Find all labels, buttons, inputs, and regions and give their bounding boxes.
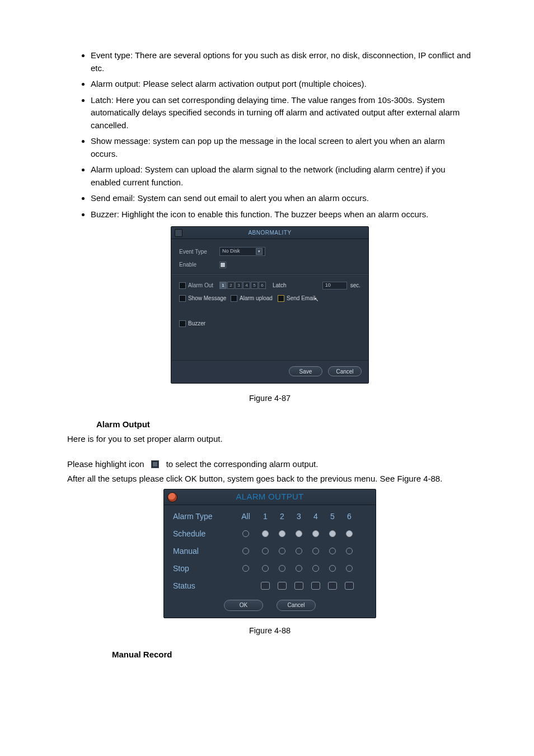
stop-6-radio[interactable] [346, 565, 353, 572]
alarm-output-text-2: Please highlight icon to select the corr… [67, 458, 472, 471]
col-all-label: All [235, 511, 257, 522]
row-stop-label: Stop [173, 563, 235, 575]
alarm-out-channels: 1 2 3 4 5 6 [219, 282, 266, 289]
row-status-label: Status [173, 580, 235, 592]
col-6: 6 [341, 511, 358, 522]
buzzer-label: Buzzer [188, 319, 205, 328]
alarm-output-title: ALARM OUTPUT [236, 491, 303, 503]
app-icon [175, 229, 182, 237]
row-alarm-type-label: Alarm Type [173, 511, 235, 522]
send-email-label: Send Email [287, 294, 315, 302]
manual-4-radio[interactable] [312, 548, 319, 554]
schedule-2-radio[interactable] [279, 530, 285, 537]
manual-all-radio[interactable] [242, 548, 249, 554]
bullet-alarm-output: Alarm output: Please select alarm activa… [91, 78, 472, 91]
alarm-output-text-2a: Please highlight icon [67, 459, 144, 469]
status-2-indicator [278, 582, 287, 590]
manual-1-radio[interactable] [262, 548, 269, 554]
alarm-output-titlebar: ALARM OUTPUT [164, 489, 376, 505]
status-3-indicator [294, 582, 303, 590]
cancel-button[interactable]: Cancel [328, 366, 362, 376]
highlight-checkbox-icon [151, 460, 159, 468]
stop-3-radio[interactable] [296, 565, 302, 572]
show-message-label: Show Message [188, 294, 231, 302]
status-4-indicator [311, 582, 320, 590]
abnormality-titlebar: ABNORMALITY [171, 227, 368, 239]
row-schedule-label: Schedule [173, 528, 235, 540]
alarm-output-text-2b: to select the corresponding alarm output… [166, 459, 318, 469]
manual-5-radio[interactable] [329, 548, 336, 554]
channel-5[interactable]: 5 [251, 282, 258, 289]
stop-2-radio[interactable] [279, 565, 285, 572]
col-3: 3 [291, 511, 307, 522]
status-6-indicator [345, 582, 354, 590]
channel-6[interactable]: 6 [259, 282, 266, 289]
latch-input[interactable]: 10 [322, 282, 347, 290]
enable-label: Enable [179, 260, 219, 269]
stop-1-radio[interactable] [262, 565, 269, 572]
alarm-out-label: Alarm Out [188, 281, 219, 290]
bullet-event-type: Event type: There are several options fo… [91, 49, 472, 74]
alarm-upload-checkbox[interactable] [231, 295, 237, 302]
channel-4[interactable]: 4 [243, 282, 250, 289]
col-2: 2 [274, 511, 291, 522]
manual-2-radio[interactable] [279, 548, 285, 554]
col-1: 1 [257, 511, 274, 522]
bullet-send-email: Send email: System can send out email to… [91, 192, 472, 205]
save-button[interactable]: Save [289, 366, 322, 376]
alarm-output-title-icon [167, 492, 177, 502]
status-1-indicator [261, 582, 270, 590]
schedule-all-radio[interactable] [242, 530, 249, 537]
send-email-checkbox[interactable] [278, 295, 284, 302]
chevron-down-icon: ▾ [256, 248, 263, 255]
cursor-icon: ↖ [314, 295, 318, 304]
channel-2[interactable]: 2 [227, 282, 235, 289]
stop-all-radio[interactable] [242, 565, 249, 572]
schedule-5-radio[interactable] [329, 530, 336, 537]
figure-caption-4-87: Figure 4-87 [67, 393, 472, 405]
buzzer-checkbox[interactable] [179, 320, 186, 327]
latch-label: Latch [273, 281, 286, 290]
manual-record-heading: Manual Record [112, 648, 472, 661]
abnormality-dialog: ABNORMALITY Event Type No Disk ▾ Enable … [171, 226, 369, 384]
schedule-1-radio[interactable] [262, 530, 269, 537]
bullet-alarm-upload: Alarm upload: System can upload the alar… [91, 164, 472, 189]
event-type-label: Event Type [179, 248, 219, 256]
abnormality-title: ABNORMALITY [248, 228, 291, 237]
manual-6-radio[interactable] [346, 548, 353, 554]
col-5: 5 [324, 511, 341, 522]
bullet-latch: Latch: Here you can set corresponding de… [91, 94, 472, 132]
latch-unit: sec. [350, 281, 360, 290]
stop-4-radio[interactable] [312, 565, 319, 572]
bullet-show-message: Show message: system can pop up the mess… [91, 135, 472, 160]
event-type-value: No Disk [222, 248, 240, 255]
show-message-checkbox[interactable] [179, 295, 186, 302]
alarm-output-heading: Alarm Output [96, 418, 472, 431]
feature-bullet-list: Event type: There are several options fo… [67, 49, 472, 221]
alarm-output-dialog: ALARM OUTPUT Alarm Type All 1 2 3 4 5 6 … [163, 489, 376, 618]
ok-button[interactable]: OK [224, 600, 263, 611]
alarm-upload-label: Alarm upload [240, 294, 278, 302]
schedule-3-radio[interactable] [296, 530, 302, 537]
channel-1[interactable]: 1 [219, 282, 227, 289]
enable-checkbox[interactable] [219, 262, 226, 268]
event-type-select[interactable]: No Disk ▾ [219, 247, 265, 256]
row-manual-label: Manual [173, 545, 235, 557]
alarm-output-text-1: Here is for you to set proper alarm outp… [67, 433, 472, 446]
alarm-output-text-3: After all the setups please click OK but… [67, 473, 472, 486]
manual-3-radio[interactable] [296, 548, 302, 554]
col-4: 4 [307, 511, 324, 522]
alarm-out-checkbox[interactable] [179, 282, 186, 289]
channel-3[interactable]: 3 [235, 282, 242, 289]
cancel-button2[interactable]: Cancel [277, 600, 316, 611]
schedule-4-radio[interactable] [312, 530, 319, 537]
bullet-buzzer: Buzzer: Highlight the icon to enable thi… [91, 208, 472, 221]
figure-caption-4-88: Figure 4-88 [67, 625, 472, 637]
stop-5-radio[interactable] [329, 565, 336, 572]
schedule-6-radio[interactable] [346, 530, 353, 537]
status-5-indicator [328, 582, 337, 590]
